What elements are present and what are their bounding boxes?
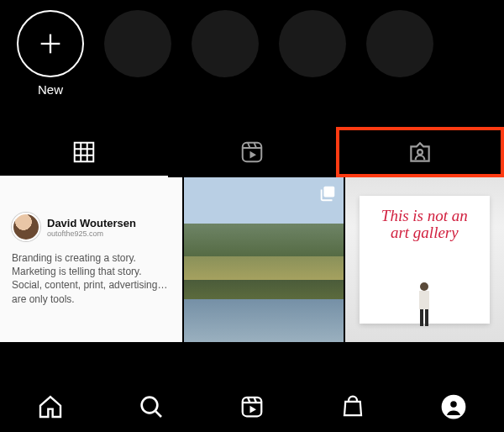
canvas-text-line2: art gallery: [391, 224, 459, 242]
new-highlight-button[interactable]: New: [15, 10, 86, 97]
shop-tab[interactable]: [336, 390, 370, 424]
highlight-placeholder[interactable]: [365, 10, 435, 77]
reels-icon: [239, 394, 265, 419]
profile-tabs: [0, 127, 504, 177]
svg-rect-13: [323, 187, 334, 198]
posts-grid-tab[interactable]: [0, 127, 168, 177]
svg-marker-24: [250, 406, 257, 414]
reels-icon: [239, 140, 265, 165]
home-icon: [37, 393, 64, 420]
highlight-placeholder[interactable]: [190, 10, 260, 77]
search-tab[interactable]: [134, 390, 168, 424]
posts-grid: David Woutersen outofthe925.com Branding…: [0, 177, 504, 342]
profile-tab[interactable]: [437, 390, 470, 424]
search-icon: [138, 393, 165, 420]
plus-icon: [36, 29, 65, 58]
svg-point-26: [450, 401, 458, 408]
svg-point-18: [142, 398, 158, 414]
reels-tab[interactable]: [168, 127, 336, 177]
svg-rect-20: [243, 398, 262, 417]
person-figure-icon: [412, 280, 436, 330]
post-thumbnail[interactable]: [184, 177, 343, 342]
canvas-text-line1: This is not an: [381, 208, 468, 225]
grid-icon: [71, 140, 97, 165]
post-author-name: David Woutersen: [47, 217, 136, 229]
home-tab[interactable]: [34, 390, 67, 424]
reels-tab-nav[interactable]: [235, 390, 269, 424]
svg-rect-17: [425, 309, 428, 326]
svg-point-14: [420, 282, 428, 291]
highlight-placeholder[interactable]: [277, 10, 348, 77]
svg-rect-7: [243, 143, 262, 162]
post-author-handle: outofthe925.com: [47, 229, 136, 238]
shop-icon: [340, 394, 365, 419]
new-highlight-label: New: [38, 82, 63, 97]
svg-rect-2: [75, 143, 94, 162]
highlight-placeholder[interactable]: [102, 10, 173, 77]
tagged-icon: [407, 139, 433, 166]
svg-point-12: [417, 150, 423, 155]
post-thumbnail[interactable]: This is not an art gallery: [345, 177, 504, 342]
svg-line-19: [155, 411, 161, 417]
svg-rect-15: [419, 291, 429, 309]
carousel-icon: [318, 184, 337, 203]
post-quote-body: Branding is creating a story. Marketing …: [12, 251, 171, 306]
tagged-tab[interactable]: [336, 127, 504, 177]
avatar: [12, 213, 40, 241]
bottom-nav: [0, 382, 504, 432]
svg-rect-16: [420, 309, 423, 326]
story-highlights-row: New: [0, 0, 504, 102]
svg-marker-11: [250, 151, 257, 159]
post-thumbnail[interactable]: David Woutersen outofthe925.com Branding…: [0, 177, 182, 342]
profile-icon: [441, 394, 466, 419]
